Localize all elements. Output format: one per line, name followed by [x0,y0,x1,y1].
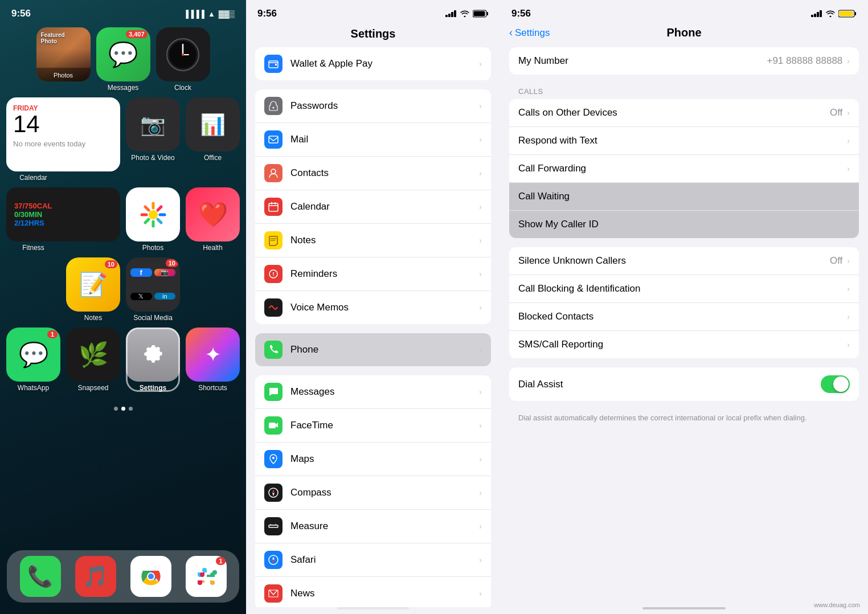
fitness-widget[interactable]: 37/750CAL 0/30MIN 2/12HRS Fitness [6,187,120,252]
call-waiting-item[interactable]: Call Waiting › [509,183,859,211]
mail-label: Mail [290,134,479,145]
dot-2 [121,407,125,411]
dock-chrome[interactable] [130,556,171,597]
settings-item-contacts[interactable]: Contacts › [255,157,491,190]
voicememos-chevron: › [479,303,482,312]
settings-group-phone: Phone › [255,333,491,366]
dial-assist-group: Dial Assist [509,367,859,401]
calendar-widget[interactable]: FRIDAY 14 No more events today Calendar [6,97,120,182]
health-app[interactable]: ❤️ Health [186,187,240,252]
svg-rect-21 [451,12,453,17]
snapseed-app[interactable]: 🌿 Snapseed [66,328,120,392]
whatsapp-app[interactable]: 💬 1 WhatsApp [6,328,60,392]
my-number-item[interactable]: My Number +91 88888 88888 › [509,47,859,75]
settings-item-voicememos[interactable]: Voice Memos › [255,291,491,324]
dock-music[interactable]: 🎵 [75,556,116,597]
svg-marker-45 [272,493,275,496]
calls-other-devices-label: Calls on Other Devices [518,107,830,118]
signal-icon: ▐▐▐▐ [183,10,204,18]
photo-video-app[interactable]: 📷 Photo & Video [126,97,180,182]
blocked-contacts-item[interactable]: Blocked Contacts › [509,303,859,331]
maps-label: Maps [290,453,479,465]
my-number-value: +91 88888 88888 [767,55,842,67]
silence-unknown-item[interactable]: Silence Unknown Callers Off › [509,247,859,275]
settings-item-compass[interactable]: Compass › [255,476,491,510]
dock-slack[interactable]: 1 [186,556,227,597]
settings-group-wallet: Wallet & Apple Pay › [255,47,491,80]
settings-item-maps[interactable]: Maps › [255,443,491,476]
contacts-icon [264,164,282,182]
settings-item-wallet[interactable]: Wallet & Apple Pay › [255,47,491,80]
featured-photo-widget[interactable]: FeaturedPhoto Photos [36,27,91,92]
cal-date: 14 [13,112,113,136]
dial-assist-desc-text: Dial assist automatically determines the… [518,414,807,422]
status-icons: ▐▐▐▐ ▲ ▓▓▒ [183,10,235,18]
svg-rect-25 [474,11,485,17]
back-button[interactable]: ‹ Settings [509,27,550,39]
call-blocking-chevron: › [847,284,850,293]
settings-item-facetime[interactable]: FaceTime › [255,409,491,443]
notes-chevron: › [479,236,482,245]
dial-assist-toggle[interactable] [821,375,850,393]
respond-with-text-item[interactable]: Respond with Text › [509,127,859,155]
messages-badge: 3,407 [126,30,148,38]
svg-rect-57 [820,10,822,17]
phone-list[interactable]: My Number +91 88888 88888 › CALLS Calls … [500,47,868,607]
calls-other-devices-item[interactable]: Calls on Other Devices Off › [509,99,859,127]
settings-list[interactable]: Wallet & Apple Pay › Passwords › Mail › [246,47,500,607]
sms-reporting-item[interactable]: SMS/Call Reporting › [509,331,859,358]
whatsapp-label: WhatsApp [6,384,60,392]
phone-settings-label: Phone [290,344,479,355]
wallet-label: Wallet & Apple Pay [290,58,479,69]
sms-reporting-label: SMS/Call Reporting [518,339,847,350]
settings-item-calendar[interactable]: Calendar › [255,190,491,224]
reminders-chevron: › [479,269,482,279]
settings-item-news[interactable]: News › [255,577,491,607]
my-number-label: My Number [518,55,767,67]
back-chevron-icon: ‹ [509,27,513,39]
health-icon: ❤️ [198,200,228,228]
wifi-icon-settings [460,10,469,17]
settings-item-messages[interactable]: Messages › [255,375,491,409]
mail-chevron: › [479,135,482,144]
photos-app[interactable]: Photos [126,187,180,252]
call-forwarding-item[interactable]: Call Forwarding › [509,155,859,183]
show-caller-id-item[interactable]: Show My Caller ID › [509,211,859,238]
svg-point-38 [273,275,274,276]
messages-app[interactable]: 💬 3,407 Messages [96,27,150,92]
phone-page-title: Phone [666,26,701,39]
compass-settings-icon [264,484,282,502]
settings-item-phone[interactable]: Phone › [255,333,491,366]
wallet-chevron: › [479,59,482,68]
settings-item-mail[interactable]: Mail › [255,123,491,157]
settings-item-safari[interactable]: Safari › [255,543,491,577]
office-app[interactable]: 📊 Office [186,97,240,182]
phone-settings-panel: 9:56 ‹ Settings Phone [500,0,868,614]
settings-status-bar: 9:56 [246,0,500,23]
whatsapp-badge: 1 [47,330,58,338]
settings-item-measure[interactable]: Measure › [255,510,491,543]
notes-app[interactable]: 📝 10 Notes [66,257,120,322]
status-bar: 9:56 ▐▐▐▐ ▲ ▓▓▒ [0,0,246,23]
svg-rect-31 [269,203,278,211]
dial-assist-item[interactable]: Dial Assist [509,367,859,401]
settings-item-notes[interactable]: Notes › [255,224,491,257]
other-settings-group: Silence Unknown Callers Off › Call Block… [509,247,859,358]
svg-rect-46 [269,525,278,527]
social-media-app[interactable]: f 📷 𝕏 in 10 Social Media [126,257,180,322]
office-icon: 📊 [200,113,226,137]
dock-phone[interactable]: 📞 [20,556,61,597]
settings-app[interactable]: Settings [126,328,180,392]
clock-app[interactable]: Clock [156,27,210,92]
svg-point-4 [182,54,184,56]
settings-item-reminders[interactable]: Reminders › [255,257,491,291]
contacts-chevron: › [479,169,482,178]
fitness-label: Fitness [6,244,60,252]
call-blocking-item[interactable]: Call Blocking & Identification › [509,275,859,303]
shortcuts-app[interactable]: ✦ Shortcuts [186,328,240,392]
calendar-label: Calendar [6,174,60,182]
phone-status-bar: 9:56 [500,0,868,23]
dot-3 [129,407,133,411]
settings-item-passwords[interactable]: Passwords › [255,89,491,123]
svg-point-42 [272,457,275,459]
